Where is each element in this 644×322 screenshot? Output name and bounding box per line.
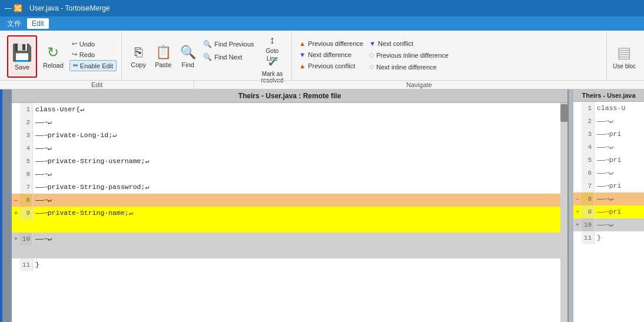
table-row: – 8 ——→↵ (573, 192, 644, 205)
table-row: 5 ——→pri (573, 154, 644, 167)
goto-icon: ↕ (270, 34, 275, 47)
left-code-panel: Theirs - User.java : Remote file 1 class… (12, 89, 569, 322)
table-row: 1 class·U (573, 102, 644, 115)
enable-edit-button[interactable]: ✏ Enable Edit (69, 60, 117, 71)
right-code-panel: Theirs - User.java 1 class·U 2 ——→↵ (573, 89, 644, 322)
title-bar-controls[interactable]: — 🔀 (5, 4, 22, 12)
scroll-thumb[interactable] (560, 104, 567, 122)
table-row: 4 ——→↵ (573, 141, 644, 154)
prev-inline-diff-button[interactable]: ◇ Previous inline difference (367, 50, 451, 60)
ribbon-group-useblock: ▤ Use bloc (607, 33, 642, 80)
table-row: 3 ——→private·Long·id;↵ (12, 129, 567, 142)
save-icon: 💾 (12, 43, 32, 62)
next-conflict-button[interactable]: ▼ Next conflict (367, 39, 451, 48)
find-icon: 🔍 (180, 45, 196, 60)
ribbon-group-clipboard: ⎘ Copy 📋 Paste 🔍 Find 🔍 Find Previous (122, 33, 292, 80)
next-inline-diff-button[interactable]: ◇ Next inline difference (367, 62, 451, 72)
title-bar: — 🔀 User.java - TortoiseMerge (0, 0, 644, 16)
panel-divider[interactable] (569, 89, 573, 322)
table-row: 7 ——→pri (573, 180, 644, 192)
table-row: 3 ——→pri (573, 128, 644, 141)
ribbon-footer: Edit Navigate (0, 80, 644, 89)
table-row: + 9 ——→pri (573, 205, 644, 218)
table-row: 4 ——→↵ (12, 142, 567, 155)
table-row: + 9 ——→private·String·name;↵ (12, 207, 567, 220)
goto-line-button[interactable]: ↕ Goto Line (258, 38, 287, 58)
menu-bar: 文件 Edit (0, 16, 644, 31)
find-button[interactable]: 🔍 Find (176, 35, 200, 78)
table-row: 11 } (12, 258, 567, 271)
next-conflict-icon: ▼ (369, 40, 376, 47)
find-previous-icon: 🔍 (203, 40, 212, 48)
undo-button[interactable]: ↩ Undo (69, 39, 117, 49)
mark-resolved-button[interactable]: ✔ Mark asresolved (258, 60, 287, 80)
use-block-button[interactable]: ▤ Use bloc (609, 35, 639, 78)
find-previous-button[interactable]: 🔍 Find Previous (201, 39, 256, 49)
find-next-button[interactable]: 🔍 Find Next (201, 52, 256, 62)
table-row: 2 ——→↵ (12, 116, 567, 129)
redo-icon: ↪ (72, 51, 77, 58)
redo-button[interactable]: ↪ Redo (69, 49, 117, 59)
prev-inline-diff-icon: ◇ (369, 51, 374, 59)
prev-diff-icon: ▲ (299, 40, 306, 47)
ribbon-footer-navigate: Navigate (194, 81, 644, 89)
right-panel-header: Theirs - User.java (573, 89, 644, 102)
copy-icon: ⎘ (135, 45, 142, 60)
ribbon-group-save: 💾 Save ↻ Reload ↩ Undo ↪ Redo (2, 33, 122, 80)
table-row: 6 ——→↵ (12, 168, 567, 181)
table-row: 1 class·User{↵ (12, 103, 567, 116)
scroll-indicator[interactable] (560, 103, 567, 322)
use-block-icon: ▤ (617, 44, 632, 62)
next-diff-icon: ▼ (299, 51, 306, 58)
ribbon-footer-edit: Edit (0, 81, 194, 89)
table-row (12, 220, 567, 233)
save-button[interactable]: 💾 Save (7, 35, 37, 78)
ribbon: 💾 Save ↻ Reload ↩ Undo ↪ Redo (0, 31, 644, 89)
paste-icon: 📋 (155, 45, 171, 60)
ribbon-group-navigate: ▲ Previous difference ▼ Next difference … (292, 33, 607, 80)
table-row: ● 10 ——→↵ (12, 233, 567, 245)
reload-icon: ↻ (47, 44, 59, 61)
mark-resolved-icon: ✔ (268, 57, 277, 69)
table-row: – 8 ——→↵ (12, 194, 567, 207)
left-code-content: 1 class·User{↵ 2 ——→↵ 3 ——→private·Long·… (12, 103, 567, 322)
next-diff-button[interactable]: ▼ Next difference (297, 50, 366, 59)
table-row: 5 ——→private·String·username;↵ (12, 155, 567, 168)
table-row: 6 ——→↵ (573, 167, 644, 180)
panels-container: Theirs - User.java : Remote file 1 class… (12, 89, 644, 322)
copy-button[interactable]: ⎘ Copy (127, 35, 150, 78)
enable-edit-icon: ✏ (73, 62, 78, 69)
undo-icon: ↩ (72, 40, 77, 48)
table-row: ● 10 ——→↵ (573, 218, 644, 231)
table-row: 11 } (573, 231, 644, 244)
prev-conflict-button[interactable]: ▲ Previous conflict (297, 61, 366, 71)
reload-button[interactable]: ↻ Reload (39, 35, 67, 78)
minimize-icon: — (5, 4, 12, 12)
left-panel-header: Theirs - User.java : Remote file (12, 89, 567, 103)
table-row (12, 245, 567, 258)
find-next-icon: 🔍 (203, 53, 212, 61)
left-code-lines: 1 class·User{↵ 2 ——→↵ 3 ——→private·Long·… (12, 103, 567, 271)
table-row: 2 ——→↵ (573, 115, 644, 128)
prev-conflict-icon: ▲ (299, 62, 306, 69)
prev-diff-button[interactable]: ▲ Previous difference (297, 39, 366, 48)
left-strip (0, 89, 12, 322)
right-code-content: 1 class·U 2 ——→↵ 3 ——→pri (573, 102, 644, 322)
main-area: Theirs - User.java : Remote file 1 class… (0, 89, 644, 322)
right-code-lines: 1 class·U 2 ——→↵ 3 ——→pri (573, 102, 644, 244)
table-row: 7 ——→private·String·passwrod;↵ (12, 181, 567, 194)
title-bar-text: User.java - TortoiseMerge (29, 4, 110, 12)
next-inline-diff-icon: ◇ (369, 63, 374, 71)
menu-item-file[interactable]: 文件 (2, 18, 26, 30)
menu-item-edit[interactable]: Edit (27, 18, 49, 29)
paste-button[interactable]: 📋 Paste (151, 35, 175, 78)
system-icon: 🔀 (14, 4, 22, 12)
